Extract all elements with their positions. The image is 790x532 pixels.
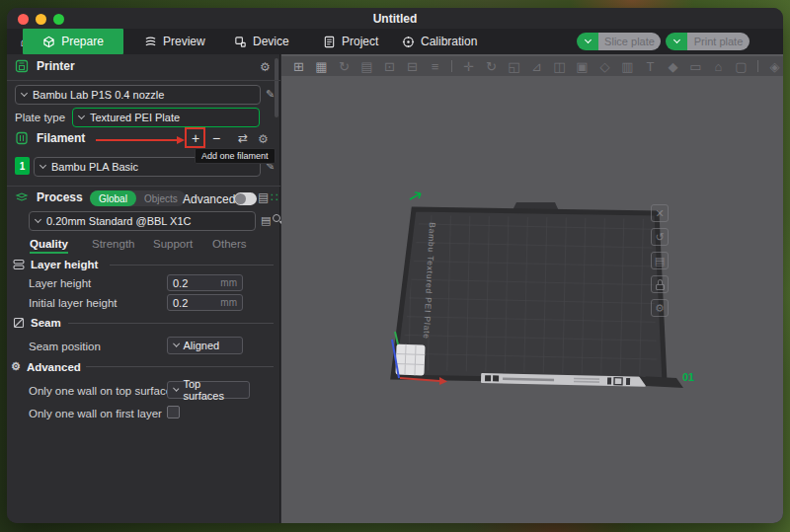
seam-position-dropdown[interactable]: Aligned <box>167 337 243 354</box>
objects-list-icon[interactable]: ∷ <box>271 190 278 204</box>
plate-type-dropdown[interactable]: Textured PEI Plate <box>72 108 260 127</box>
process-section-title: Process <box>37 190 83 204</box>
plate-grid <box>400 215 658 375</box>
annotation-arrow-line <box>96 139 177 141</box>
search-preset-icon[interactable] <box>273 214 280 222</box>
printer-preset-dropdown[interactable]: Bambu Lab P1S 0.4 nozzle <box>15 85 261 105</box>
calibration-pad <box>395 344 425 376</box>
process-tab-others[interactable]: Others <box>212 238 247 250</box>
sidebar-scrollbar[interactable] <box>275 58 278 117</box>
toggle-knob <box>235 193 246 204</box>
app-window: Untitled ⌂ Prepare Preview Device Projec… <box>7 8 783 523</box>
annotation-arrow-head <box>177 136 185 144</box>
delete-plate-icon[interactable]: ✕ <box>651 204 669 222</box>
slice-options-dropdown[interactable] <box>577 33 598 50</box>
filament-section-title: Filament <box>37 131 85 145</box>
tab-prepare-label: Prepare <box>61 35 104 48</box>
chevron-down-icon <box>173 341 179 346</box>
initial-layer-height-value: 0.2 <box>173 297 188 309</box>
ams-sync-icon[interactable]: ⇄ <box>235 131 251 145</box>
titlebar: Untitled <box>7 8 783 29</box>
3d-viewport[interactable]: ⊞ ▦ ↻ ▤ ⊡ ⊟ ≡ ✛ ↻ ◱ ⊿ ◫ ▣ ◇ ▥ T ◆ ▭ ⌂ ▢ … <box>281 54 783 523</box>
tab-project[interactable]: Project <box>323 29 378 54</box>
annotation-highlight-box <box>185 127 205 148</box>
plate-origin-marker <box>410 192 421 199</box>
one-wall-top-dropdown[interactable]: Top surfaces <box>167 381 250 399</box>
filament-preset-value: Bambu PLA Basic <box>51 161 138 173</box>
divider <box>7 80 280 81</box>
chevron-down-icon <box>78 113 85 119</box>
layer-height-section-header: Layer height <box>13 259 98 270</box>
prepare-cube-icon <box>42 36 55 48</box>
chevron-down-icon <box>584 37 591 43</box>
advanced-section-header: ⚙ Advanced <box>11 360 81 373</box>
advanced-section-title: Advanced <box>27 361 81 373</box>
plate-type-label: Plate type <box>15 112 65 123</box>
printer-section-header: Printer <box>15 59 75 73</box>
printer-settings-gear-icon[interactable]: ⚙ <box>260 60 271 74</box>
print-options-dropdown[interactable] <box>666 33 687 50</box>
layer-height-value: 0.2 <box>173 277 188 289</box>
plate-name-icon[interactable]: ▤ <box>651 252 669 269</box>
print-plate-button[interactable]: Print plate <box>666 33 750 50</box>
filament-index-badge: 1 <box>15 157 30 175</box>
chevron-down-icon <box>35 216 41 223</box>
main-navbar: ⌂ Prepare Preview Device Project Calibra… <box>7 29 783 54</box>
tab-preview[interactable]: Preview <box>144 29 205 54</box>
layer-height-input[interactable]: 0.2 mm <box>167 274 243 291</box>
process-section-header: Process <box>15 190 83 204</box>
preview-layers-icon <box>144 36 157 48</box>
initial-layer-height-label: Initial layer height <box>29 297 118 309</box>
scope-global-option[interactable]: Global <box>90 190 136 206</box>
layer-height-section-title: Layer height <box>31 259 98 270</box>
tab-device-label: Device <box>253 35 289 48</box>
print-plate-label: Print plate <box>687 33 750 50</box>
tab-prepare[interactable]: Prepare <box>23 29 123 54</box>
slice-plate-label: Slice plate <box>598 33 661 50</box>
save-preset-icon[interactable]: ▤ <box>261 214 271 227</box>
section-rule <box>68 323 274 324</box>
one-wall-top-label: Only one wall on top surfaces <box>29 385 178 397</box>
parameter-table-icon[interactable]: ▤ <box>258 190 269 204</box>
filament-settings-gear-icon[interactable]: ⚙ <box>258 132 269 146</box>
process-tab-support[interactable]: Support <box>153 238 193 250</box>
build-plate-scene[interactable]: Bambu Textured PEI Plate <box>281 54 783 523</box>
tab-project-label: Project <box>342 35 378 48</box>
chevron-down-icon <box>173 385 179 391</box>
process-tab-quality[interactable]: Quality <box>30 238 68 250</box>
filament-icon <box>15 131 29 145</box>
advanced-toggle[interactable] <box>234 192 257 205</box>
one-wall-first-layer-label: Only one wall on first layer <box>29 408 162 419</box>
advanced-toggle-label: Advanced <box>183 192 235 206</box>
section-rule <box>110 265 274 266</box>
printer-section-title: Printer <box>37 59 75 73</box>
one-wall-first-layer-checkbox[interactable] <box>167 406 180 418</box>
slice-plate-button[interactable]: Slice plate <box>577 33 661 50</box>
remove-filament-button[interactable]: − <box>208 130 224 146</box>
tab-device[interactable]: Device <box>234 29 289 54</box>
settings-sidebar: Printer ⚙ Bambu Lab P1S 0.4 nozzle ✎ Pla… <box>7 54 280 523</box>
plate-settings-icon[interactable]: ⚙ <box>651 299 669 317</box>
plate-number: 01 <box>682 371 694 383</box>
scope-objects-option[interactable]: Objects <box>136 193 186 204</box>
project-document-icon <box>323 36 336 48</box>
process-preset-dropdown[interactable]: 0.20mm Standard @BBL X1C <box>29 211 256 231</box>
process-tab-strength[interactable]: Strength <box>92 238 134 250</box>
filament-section-header: Filament <box>15 131 85 145</box>
rotate-plate-icon[interactable]: ↺ <box>651 228 669 246</box>
seam-position-value: Aligned <box>184 340 220 351</box>
seam-position-label: Seam position <box>29 341 101 352</box>
initial-layer-height-input[interactable]: 0.2 mm <box>167 294 243 311</box>
seam-icon <box>13 317 25 329</box>
advanced-gears-icon: ⚙ <box>11 360 21 373</box>
layer-height-icon <box>13 259 25 270</box>
seam-section-title: Seam <box>31 317 61 329</box>
window-title: Untitled <box>7 12 783 26</box>
edit-printer-icon[interactable]: ✎ <box>266 88 275 101</box>
lock-plate-icon[interactable] <box>651 275 669 293</box>
layer-height-label: Layer height <box>29 277 91 289</box>
tab-calibration[interactable]: Calibration <box>402 29 477 54</box>
process-scope-toggle[interactable]: Global Objects <box>90 190 186 206</box>
one-wall-top-value: Top surfaces <box>183 378 243 402</box>
divider <box>7 186 280 187</box>
